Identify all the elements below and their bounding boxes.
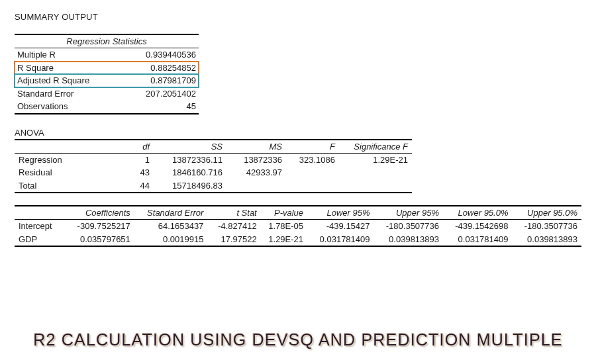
anova-block: df SS MS F Significance F Regression 1 1… xyxy=(15,139,412,194)
coef-intercept-se: 64.1653437 xyxy=(134,220,208,233)
coef-head-coef: Coefficients xyxy=(68,206,134,220)
coef-head-p: P-value xyxy=(261,206,307,220)
coef-intercept-u950: -180.3507736 xyxy=(513,220,582,233)
anova-row-regression: Regression 1 13872336.11 13872336 323.10… xyxy=(15,153,412,166)
row-adjusted-r-square: Adjusted R Square 0.87981709 xyxy=(15,74,199,87)
coef-gdp-t: 17.97522 xyxy=(207,233,260,247)
coef-head-l950: Lower 95.0% xyxy=(443,206,512,220)
coef-intercept-l950: -439.1542698 xyxy=(443,220,512,233)
anova-row-total: Total 44 15718496.83 xyxy=(15,179,412,193)
anova-regression-ms: 13872336 xyxy=(226,153,286,166)
coef-head-l95: Lower 95% xyxy=(307,206,373,220)
anova-regression-name: Regression xyxy=(15,153,107,166)
value-adjusted-r-square: 0.87981709 xyxy=(122,74,199,87)
anova-regression-sigf: 1.29E-21 xyxy=(339,153,412,166)
label-r-square: R Square xyxy=(15,62,122,75)
coef-head-u95: Upper 95% xyxy=(374,206,443,220)
coef-intercept-p: 1.78E-05 xyxy=(261,220,307,233)
anova-total-name: Total xyxy=(15,179,107,193)
row-multiple-r: Multiple R 0.939440536 xyxy=(15,48,199,62)
anova-total-sigf xyxy=(339,179,412,193)
regression-statistics-block: Regression Statistics Multiple R 0.93944… xyxy=(15,34,199,114)
coef-head-u950: Upper 95.0% xyxy=(513,206,582,220)
coef-head-t: t Stat xyxy=(207,206,260,220)
label-adjusted-r-square: Adjusted R Square xyxy=(15,74,122,87)
coefficients-block: Coefficients Standard Error t Stat P-val… xyxy=(15,205,581,247)
anova-label: ANOVA xyxy=(15,128,581,138)
value-observations: 45 xyxy=(122,100,199,114)
anova-residual-ms: 42933.97 xyxy=(226,166,286,179)
anova-residual-ss: 1846160.716 xyxy=(154,166,226,179)
value-standard-error: 207.2051402 xyxy=(122,87,199,101)
coef-gdp-coef: 0.035797651 xyxy=(68,233,134,247)
anova-regression-df: 1 xyxy=(107,153,154,166)
anova-residual-sigf xyxy=(339,166,412,179)
anova-header-row: df SS MS F Significance F xyxy=(15,140,412,154)
anova-regression-f: 323.1086 xyxy=(286,153,339,166)
anova-residual-df: 43 xyxy=(107,166,154,179)
row-standard-error: Standard Error 207.2051402 xyxy=(15,87,199,101)
row-r-square: R Square 0.88254852 xyxy=(15,62,199,75)
coef-gdp-l95: 0.031781409 xyxy=(307,233,373,247)
coef-head-se: Standard Error xyxy=(134,206,208,220)
value-r-square: 0.88254852 xyxy=(122,62,199,75)
anova-total-f xyxy=(286,179,339,193)
summary-output-title: SUMMARY OUTPUT xyxy=(15,12,581,22)
anova-total-ss: 15718496.83 xyxy=(154,179,226,193)
anova-head-blank xyxy=(15,140,107,154)
coef-intercept-u95: -180.3507736 xyxy=(374,220,443,233)
coef-row-intercept: Intercept -309.7525217 64.1653437 -4.827… xyxy=(15,220,581,233)
coef-intercept-coef: -309.7525217 xyxy=(68,220,134,233)
anova-head-sigf: Significance F xyxy=(339,140,412,154)
label-observations: Observations xyxy=(15,100,122,114)
anova-residual-f xyxy=(286,166,339,179)
anova-total-df: 44 xyxy=(107,179,154,193)
regression-statistics-header: Regression Statistics xyxy=(15,34,199,48)
coef-header-row: Coefficients Standard Error t Stat P-val… xyxy=(15,206,581,220)
coef-gdp-se: 0.0019915 xyxy=(134,233,208,247)
anova-residual-name: Residual xyxy=(15,166,107,179)
coef-gdp-name: GDP xyxy=(15,233,68,247)
anova-table: df SS MS F Significance F Regression 1 1… xyxy=(15,139,412,194)
coef-intercept-name: Intercept xyxy=(15,220,68,233)
label-standard-error: Standard Error xyxy=(15,87,122,101)
row-observations: Observations 45 xyxy=(15,100,199,114)
coef-gdp-p: 1.29E-21 xyxy=(261,233,307,247)
anova-row-residual: Residual 43 1846160.716 42933.97 xyxy=(15,166,412,179)
coef-gdp-l950: 0.031781409 xyxy=(443,233,512,247)
anova-head-df: df xyxy=(107,140,154,154)
anova-head-ss: SS xyxy=(154,140,226,154)
coef-intercept-t: -4.827412 xyxy=(207,220,260,233)
anova-regression-ss: 13872336.11 xyxy=(154,153,226,166)
banner-title: R2 CALCULATION USING DEVSQ AND PREDICTIO… xyxy=(0,330,596,349)
anova-total-ms xyxy=(226,179,286,193)
regression-statistics-table: Multiple R 0.939440536 R Square 0.882548… xyxy=(15,48,199,114)
coef-intercept-l95: -439.15427 xyxy=(307,220,373,233)
value-multiple-r: 0.939440536 xyxy=(122,48,199,62)
anova-head-ms: MS xyxy=(226,140,286,154)
coef-head-blank xyxy=(15,206,68,220)
coef-row-gdp: GDP 0.035797651 0.0019915 17.97522 1.29E… xyxy=(15,233,581,247)
anova-head-f: F xyxy=(286,140,339,154)
coef-gdp-u950: 0.039813893 xyxy=(513,233,582,247)
coefficients-table: Coefficients Standard Error t Stat P-val… xyxy=(15,205,581,247)
label-multiple-r: Multiple R xyxy=(15,48,122,62)
coef-gdp-u95: 0.039813893 xyxy=(374,233,443,247)
